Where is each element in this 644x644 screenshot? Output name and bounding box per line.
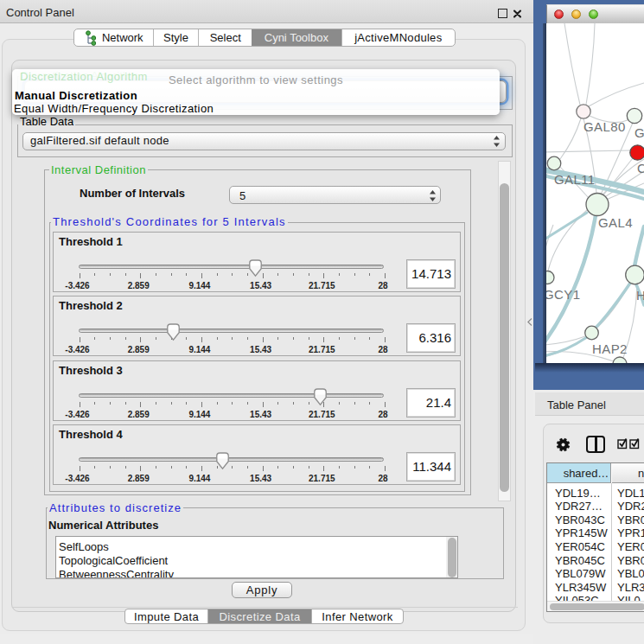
svg-text:GA: GA [634, 125, 644, 140]
svg-text:GAL4: GAL4 [598, 215, 633, 230]
svg-text:GAL11: GAL11 [554, 172, 596, 187]
svg-text:GCY1: GCY1 [546, 287, 580, 302]
svg-text:C: C [637, 161, 644, 175]
svg-text:HAP2: HAP2 [592, 341, 628, 356]
svg-text:GAL80: GAL80 [583, 119, 626, 134]
svg-text:H: H [636, 288, 644, 303]
